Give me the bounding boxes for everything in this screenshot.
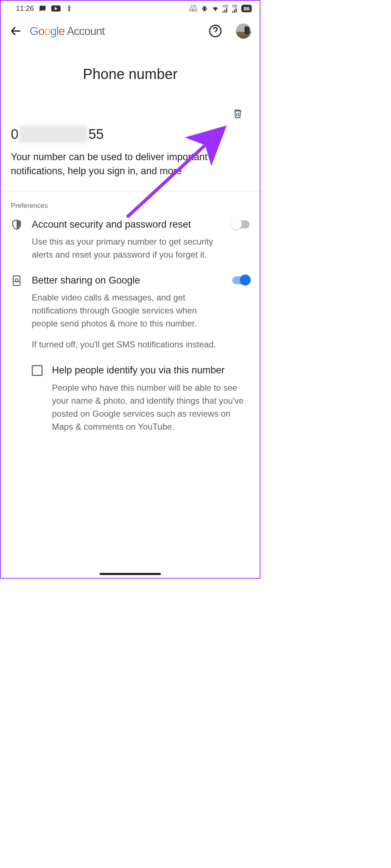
location-icon	[66, 5, 73, 12]
svg-rect-2	[13, 276, 20, 286]
pref-identify-title: Help people identify you via this number	[52, 364, 246, 377]
youtube-icon	[51, 5, 61, 12]
checkbox-identify[interactable]	[32, 365, 43, 376]
avatar[interactable]	[236, 23, 251, 39]
pref-sharing-title: Better sharing on Google	[32, 274, 219, 287]
status-bar: 11:26 275 KB/S HD HD 86	[1, 1, 260, 16]
battery-indicator: 86	[241, 5, 252, 12]
toggle-sharing[interactable]	[232, 276, 250, 284]
pref-identify: Help people identify you via this number…	[32, 364, 250, 433]
phone-number-display: 0 55	[11, 126, 250, 143]
nav-handle[interactable]	[100, 573, 161, 575]
signal2-icon: HD	[232, 4, 238, 13]
phone-description: Your number can be used to deliver impor…	[11, 150, 250, 178]
help-icon[interactable]	[208, 24, 222, 38]
wifi-icon	[212, 5, 219, 12]
pref-security-title: Account security and password reset	[32, 218, 219, 231]
pref-identify-desc: People who have this number will be able…	[52, 381, 246, 433]
delete-icon[interactable]	[232, 108, 243, 119]
back-arrow-icon[interactable]	[9, 25, 22, 38]
network-speed: 275 KB/S	[189, 5, 198, 12]
vibrate-icon	[201, 5, 208, 12]
chat-icon	[39, 5, 46, 12]
divider	[1, 191, 260, 192]
status-time: 11:26	[16, 4, 34, 13]
pref-security: Account security and password reset Use …	[11, 218, 250, 261]
page-title: Phone number	[1, 66, 260, 82]
google-logo: Google Account	[30, 25, 105, 38]
pref-security-desc: Use this as your primary number to get s…	[32, 235, 219, 261]
pref-sharing-desc: Enable video calls & messages, and get n…	[32, 291, 219, 330]
shield-icon	[11, 219, 22, 231]
redacted-digits	[19, 126, 88, 143]
app-header: Google Account	[1, 16, 260, 43]
device-bell-icon	[11, 275, 22, 286]
pref-sharing-desc2: If turned off, you'll get SMS notificati…	[32, 338, 219, 351]
toggle-security[interactable]	[232, 220, 250, 228]
preferences-label: Preferences	[11, 202, 250, 210]
signal1-icon: HD	[223, 4, 228, 13]
pref-sharing: Better sharing on Google Enable video ca…	[11, 274, 250, 351]
